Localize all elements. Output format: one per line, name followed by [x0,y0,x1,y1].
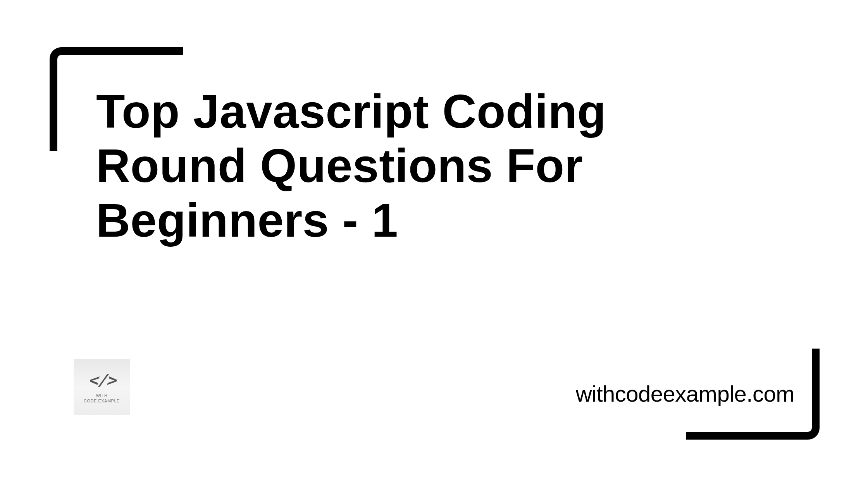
brand-logo: </> WITH CODE EXAMPLE [74,359,130,415]
slide-title: Top Javascript Coding Round Questions Fo… [96,84,755,247]
website-url: withcodeexample.com [576,381,794,407]
logo-text-line2: CODE EXAMPLE [84,399,120,403]
logo-text: WITH CODE EXAMPLE [84,393,120,404]
logo-text-line1: WITH [96,393,107,398]
code-icon: </> [88,371,115,390]
